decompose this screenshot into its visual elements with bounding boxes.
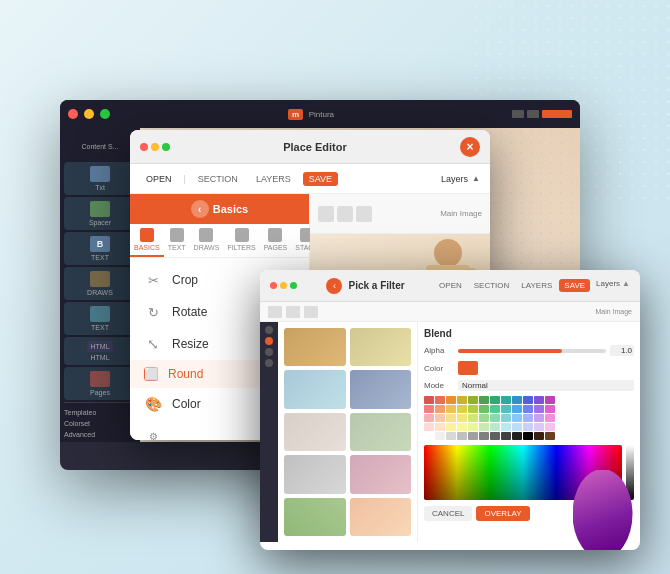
- pe-max-dot[interactable]: [162, 143, 170, 151]
- place-editor-close-button[interactable]: ×: [460, 137, 480, 157]
- swatch-teal[interactable]: [501, 396, 511, 404]
- advanced-link[interactable]: Advanced: [64, 429, 136, 440]
- swatch-r4-12[interactable]: [545, 423, 555, 431]
- swatch-light-yellow-orange[interactable]: [446, 405, 456, 413]
- basics-tab-draws[interactable]: DRAWS: [190, 224, 224, 257]
- layer-icon-1[interactable]: [318, 206, 334, 222]
- maximize-dot[interactable]: [100, 109, 110, 119]
- swatch-light-orange[interactable]: [435, 405, 445, 413]
- swatch-r4-9[interactable]: [512, 423, 522, 431]
- swatch-violet[interactable]: [534, 396, 544, 404]
- sidebar-item-html[interactable]: HTML HTML: [64, 337, 136, 365]
- swatch-yellow[interactable]: [457, 396, 467, 404]
- swatch-r3-9[interactable]: [512, 414, 522, 422]
- swatch-light-teal-green[interactable]: [490, 405, 500, 413]
- swatch-r3-3[interactable]: [446, 414, 456, 422]
- fw-layer-icon-3[interactable]: [304, 306, 318, 318]
- swatch-r4-1[interactable]: [424, 423, 434, 431]
- fw-cancel-btn[interactable]: CANCEL: [424, 506, 472, 521]
- swatch-r3-2[interactable]: [435, 414, 445, 422]
- fw-max-dot[interactable]: [290, 282, 297, 289]
- swatch-r3-8[interactable]: [501, 414, 511, 422]
- sidebar-item-text[interactable]: Txt: [64, 162, 136, 195]
- minimize-dot[interactable]: [84, 109, 94, 119]
- basics-tab-filters[interactable]: FILTERS: [223, 224, 259, 257]
- fw-open-btn[interactable]: OPEN: [434, 279, 467, 292]
- swatch-yellow-green[interactable]: [468, 396, 478, 404]
- swatch-light-indigo[interactable]: [523, 405, 533, 413]
- swatch-r3-4[interactable]: [457, 414, 467, 422]
- swatch-brown[interactable]: [545, 432, 555, 440]
- swatch-r3-11[interactable]: [534, 414, 544, 422]
- swatch-r4-10[interactable]: [523, 423, 533, 431]
- basics-tab-basics[interactable]: BASICS: [130, 224, 164, 257]
- pe-close-dot[interactable]: [140, 143, 148, 151]
- fw-min-dot[interactable]: [280, 282, 287, 289]
- swatch-gray-1[interactable]: [435, 432, 445, 440]
- swatch-dark-brown[interactable]: [534, 432, 544, 440]
- sidebar-item-text2[interactable]: B TEXT: [64, 232, 136, 265]
- filter-gradient[interactable]: Gradient: [350, 370, 412, 408]
- swatch-light-magenta[interactable]: [545, 405, 555, 413]
- swatch-yellow-orange[interactable]: [446, 396, 456, 404]
- filter-tint[interactable]: Tint: [284, 498, 346, 536]
- swatch-black[interactable]: [523, 432, 533, 440]
- swatch-light-teal[interactable]: [501, 405, 511, 413]
- pe-open-btn[interactable]: OPEN: [140, 172, 178, 186]
- swatch-teal-green[interactable]: [490, 396, 500, 404]
- basics-back-button[interactable]: ‹: [191, 200, 209, 218]
- swatch-gray-4[interactable]: [468, 432, 478, 440]
- swatch-r3-12[interactable]: [545, 414, 555, 422]
- swatch-r3-10[interactable]: [523, 414, 533, 422]
- basics-tab-text[interactable]: TEXT: [164, 224, 190, 257]
- swatch-r4-5[interactable]: [468, 423, 478, 431]
- filter-monochromia[interactable]: Monochromia: [284, 328, 346, 366]
- brightness-slider[interactable]: [626, 445, 634, 500]
- swatch-r4-8[interactable]: [501, 423, 511, 431]
- pe-section-btn[interactable]: SECTION: [192, 172, 244, 186]
- fw-layer-icon-2[interactable]: [286, 306, 300, 318]
- swatch-r4-11[interactable]: [534, 423, 544, 431]
- swatch-r4-6[interactable]: [479, 423, 489, 431]
- swatch-gray-7[interactable]: [501, 432, 511, 440]
- fw-layers-btn[interactable]: LAYERS: [516, 279, 557, 292]
- swatch-r3-5[interactable]: [468, 414, 478, 422]
- pe-min-dot[interactable]: [151, 143, 159, 151]
- swatch-red[interactable]: [424, 396, 434, 404]
- filter-brightness[interactable]: Brightness: [350, 328, 412, 366]
- swatch-light-red[interactable]: [424, 405, 434, 413]
- close-dot[interactable]: [68, 109, 78, 119]
- fw-save-btn[interactable]: SAVE: [559, 279, 590, 292]
- pe-layers-btn[interactable]: LAYERS: [250, 172, 297, 186]
- filter-emboss[interactable]: Emboss: [350, 455, 412, 493]
- swatch-light-yellow-green[interactable]: [468, 405, 478, 413]
- swatch-gray-8[interactable]: [512, 432, 522, 440]
- filter-pinhole[interactable]: Pinhole: [284, 413, 346, 451]
- basics-tab-pages[interactable]: PAGES: [260, 224, 292, 257]
- fw-section-btn[interactable]: SECTION: [469, 279, 515, 292]
- filter-sharpen[interactable]: Sharpen: [350, 413, 412, 451]
- swatch-r4-4[interactable]: [457, 423, 467, 431]
- swatch-orange[interactable]: [435, 396, 445, 404]
- fw-layer-icon-1[interactable]: [268, 306, 282, 318]
- swatch-light-blue[interactable]: [512, 405, 522, 413]
- swatch-green[interactable]: [479, 396, 489, 404]
- templates-link[interactable]: Templateo: [64, 407, 136, 418]
- sidebar-item-space[interactable]: Spacer: [64, 197, 136, 230]
- sidebar-item-draws[interactable]: DRAWS: [64, 267, 136, 300]
- colorset-link[interactable]: Colorset: [64, 418, 136, 429]
- swatch-light-violet[interactable]: [534, 405, 544, 413]
- swatch-light-green[interactable]: [479, 405, 489, 413]
- hue-picker[interactable]: [424, 445, 622, 500]
- swatch-gray-3[interactable]: [457, 432, 467, 440]
- fw-overlay-btn[interactable]: OVERLAY: [476, 506, 529, 521]
- filter-noise[interactable]: Noise: [284, 370, 346, 408]
- swatch-white[interactable]: [424, 432, 434, 440]
- swatch-r3-7[interactable]: [490, 414, 500, 422]
- swatch-blue[interactable]: [512, 396, 522, 404]
- sidebar-item-pages[interactable]: Pages: [64, 367, 136, 400]
- pe-save-btn[interactable]: SAVE: [303, 172, 338, 186]
- swatch-r3-1[interactable]: [424, 414, 434, 422]
- filter-multiply[interactable]: Multiply: [350, 498, 412, 536]
- swatch-gray-5[interactable]: [479, 432, 489, 440]
